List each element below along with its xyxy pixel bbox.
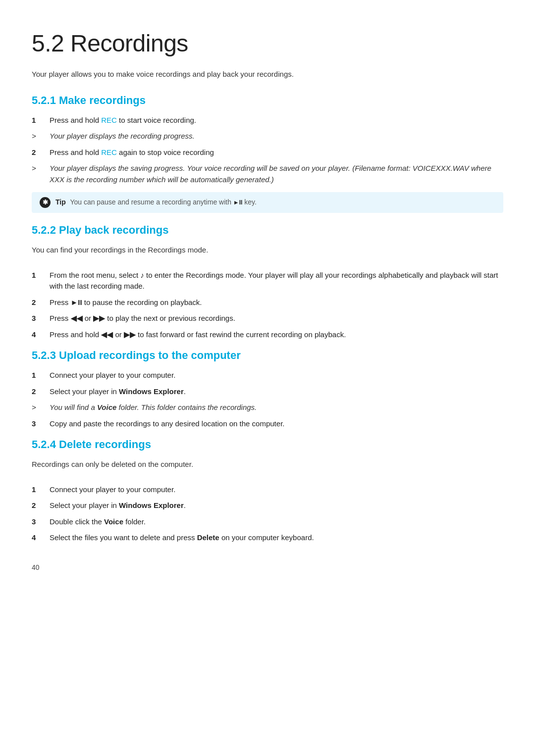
step-number: 3 — [32, 516, 50, 528]
playback-intro: You can find your recordings in the Reco… — [32, 245, 503, 256]
step-number: 2 — [32, 500, 50, 511]
section-upload: 5.2.3 Upload recordings to the computer … — [32, 349, 503, 429]
step-number: 3 — [32, 313, 50, 324]
step-number: 4 — [32, 329, 50, 341]
list-item: 1 From the root menu, select ♪ to enter … — [32, 270, 503, 292]
step-content: Select your player in Windows Explorer. — [50, 500, 503, 511]
result-arrow: > — [32, 402, 50, 413]
step-content: Press and hold REC to start voice record… — [50, 115, 503, 126]
step-content: Press and hold ◀◀ or ▶▶ to fast forward … — [50, 329, 503, 341]
step-number: 1 — [32, 484, 50, 496]
step-content: Press and hold REC again to stop voice r… — [50, 147, 503, 158]
play-pause-icon: ►II — [71, 298, 82, 306]
tip-text: Tip You can pause and resume a recording… — [55, 198, 257, 207]
result-arrow: > — [32, 163, 50, 174]
list-item: 3 Press ◀◀ or ▶▶ to play the next or pre… — [32, 313, 503, 324]
step-number: 1 — [32, 370, 50, 381]
step-content: Select your player in Windows Explorer. — [50, 386, 503, 398]
list-item: 4 Press and hold ◀◀ or ▶▶ to fast forwar… — [32, 329, 503, 341]
step-number: 3 — [32, 418, 50, 430]
delete-key-label: Delete — [197, 533, 219, 542]
result-text: Your player displays the saving progress… — [50, 163, 503, 185]
step-number: 2 — [32, 147, 50, 158]
rewind-icon: ◀◀ — [71, 314, 83, 322]
rec-label: REC — [101, 148, 117, 156]
tip-label: Tip — [55, 198, 66, 206]
windows-explorer-label: Windows Explorer — [119, 387, 184, 396]
section-heading-playback: 5.2.2 Play back recordings — [32, 224, 503, 237]
voice-folder-label: Voice — [97, 403, 116, 411]
fast-forward-icon-2: ▶▶ — [124, 330, 136, 339]
list-item: 1 Connect your player to your computer. — [32, 484, 503, 496]
step-content: Double click the Voice folder. — [50, 516, 503, 528]
list-item: 3 Double click the Voice folder. — [32, 516, 503, 528]
list-item: 2 Select your player in Windows Explorer… — [32, 386, 503, 398]
page-title: 5.2 Recordings — [32, 30, 503, 57]
list-item: 2 Press ►II to pause the recording on pl… — [32, 297, 503, 308]
play-pause-symbol: ►II — [233, 199, 243, 206]
section-heading-delete: 5.2.4 Delete recordings — [32, 438, 503, 451]
step-content: Copy and paste the recordings to any des… — [50, 418, 503, 430]
windows-explorer-label-2: Windows Explorer — [119, 501, 184, 509]
step-content: Press ◀◀ or ▶▶ to play the next or previ… — [50, 313, 503, 324]
step-content: Connect your player to your computer. — [50, 484, 503, 496]
step-number: 1 — [32, 270, 50, 281]
list-item: > Your player displays the saving progre… — [32, 163, 503, 185]
section-delete: 5.2.4 Delete recordings Recordings can o… — [32, 438, 503, 544]
section-play-back: 5.2.2 Play back recordings You can find … — [32, 224, 503, 340]
step-content: From the root menu, select ♪ to enter th… — [50, 270, 503, 292]
list-item: 1 Connect your player to your computer. — [32, 370, 503, 381]
tip-content: You can pause and resume a recording any… — [70, 198, 257, 206]
delete-list: 1 Connect your player to your computer. … — [32, 484, 503, 544]
play-back-list: 1 From the root menu, select ♪ to enter … — [32, 270, 503, 341]
step-number: 4 — [32, 532, 50, 544]
rec-label: REC — [101, 116, 117, 124]
list-item: 4 Select the files you want to delete an… — [32, 532, 503, 544]
list-item: 1 Press and hold REC to start voice reco… — [32, 115, 503, 126]
voice-folder-label-2: Voice — [104, 517, 123, 526]
mic-symbol: ♪ — [140, 271, 144, 279]
make-recordings-list: 1 Press and hold REC to start voice reco… — [32, 115, 503, 186]
section-heading-upload: 5.2.3 Upload recordings to the computer — [32, 349, 503, 362]
page-number: 40 — [32, 563, 503, 571]
rewind-icon-2: ◀◀ — [101, 330, 113, 339]
section-heading-make: 5.2.1 Make recordings — [32, 94, 503, 107]
list-item: > Your player displays the recording pro… — [32, 131, 503, 142]
step-number: 2 — [32, 297, 50, 308]
tip-icon: ✱ — [40, 197, 51, 208]
result-arrow: > — [32, 131, 50, 142]
list-item: > You will find a Voice folder. This fol… — [32, 402, 503, 413]
intro-text: Your player allows you to make voice rec… — [32, 69, 503, 80]
step-content: Press ►II to pause the recording on play… — [50, 297, 503, 308]
delete-intro: Recordings can only be deleted on the co… — [32, 459, 503, 470]
step-content: Connect your player to your computer. — [50, 370, 503, 381]
fast-forward-icon: ▶▶ — [93, 314, 105, 322]
list-item: 2 Press and hold REC again to stop voice… — [32, 147, 503, 158]
upload-list: 1 Connect your player to your computer. … — [32, 370, 503, 429]
result-text: Your player displays the recording progr… — [50, 131, 195, 142]
step-number: 2 — [32, 386, 50, 398]
result-text: You will find a Voice folder. This folde… — [50, 402, 257, 413]
step-number: 1 — [32, 115, 50, 126]
section-make-recordings: 5.2.1 Make recordings 1 Press and hold R… — [32, 94, 503, 213]
tip-box: ✱ Tip You can pause and resume a recordi… — [32, 192, 503, 213]
list-item: 2 Select your player in Windows Explorer… — [32, 500, 503, 511]
step-content: Select the files you want to delete and … — [50, 532, 503, 544]
list-item: 3 Copy and paste the recordings to any d… — [32, 418, 503, 430]
